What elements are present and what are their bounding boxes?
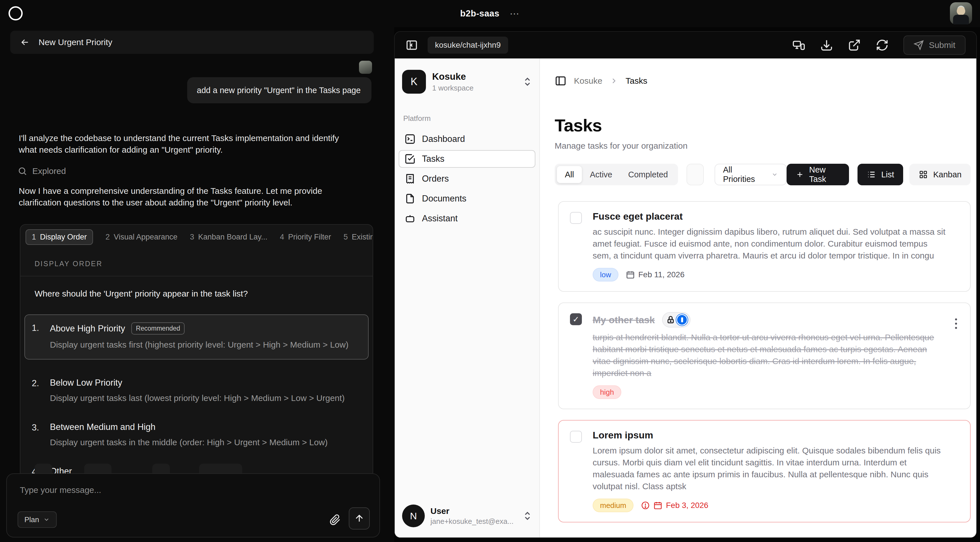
search-icon — [18, 166, 27, 176]
sidebar-item-assistant[interactable]: Assistant — [399, 210, 535, 227]
kanban-view-label: Kanban — [933, 170, 962, 179]
segment-all[interactable]: All — [557, 166, 582, 183]
option-label: Above High Priority — [50, 324, 125, 334]
recommended-badge: Recommended — [131, 322, 185, 335]
new-task-label: New Task — [809, 165, 840, 184]
more-menu-icon[interactable]: ⋯ — [509, 8, 520, 19]
sidebar-item-label: Dashboard — [422, 134, 465, 144]
task-desc: Lorem ipsum dolor sit amet, consectetur … — [593, 445, 947, 493]
sidebar-nav: Dashboard Tasks Orders Documents — [395, 130, 539, 227]
priority-badge: medium — [593, 499, 633, 512]
project-title: b2b-saas — [460, 8, 500, 19]
preview-toolbar: kosuke/chat-ijxhn9 Submit — [395, 32, 976, 59]
explored-label: Explored — [32, 166, 66, 176]
assistant-message: I'll analyze the codebase to understand … — [19, 132, 353, 156]
filter-mini-box[interactable] — [687, 164, 703, 185]
list-view-button[interactable]: List — [858, 164, 903, 185]
chevrons-up-down-icon — [522, 77, 533, 87]
sidebar-user-menu[interactable]: N User jane+kosuke_test@exa... — [395, 505, 539, 537]
user-email: jane+kosuke_test@exa... — [430, 517, 514, 526]
priority-badge: high — [593, 385, 621, 399]
back-arrow-icon[interactable] — [20, 37, 30, 48]
tab-label: Display Order — [40, 233, 87, 241]
user-message-text: add a new priority "Urgent" in the Tasks… — [197, 86, 361, 95]
section-title: DISPLAY ORDER — [35, 260, 372, 268]
download-icon[interactable] — [820, 38, 833, 52]
sidebar-item-documents[interactable]: Documents — [399, 190, 535, 207]
filter-row: All Active Completed All Priorities New … — [555, 164, 970, 185]
tab-number: 5 — [344, 233, 348, 241]
checkbox-icon — [404, 153, 416, 164]
message-composer[interactable]: Type your message... Plan — [6, 473, 380, 537]
submit-label: Submit — [929, 40, 955, 50]
plus-icon — [796, 170, 804, 179]
mode-select[interactable]: Plan — [18, 511, 57, 528]
tab-visual-appearance[interactable]: 2 Visual Appearance — [105, 233, 178, 241]
sidebar-item-tasks[interactable]: Tasks — [399, 150, 535, 168]
sidebar-item-orders[interactable]: Orders — [399, 170, 535, 188]
external-link-icon[interactable] — [848, 38, 861, 52]
page-title: Tasks — [555, 115, 970, 136]
onepassword-icon — [676, 314, 688, 325]
priority-select[interactable]: All Priorities — [714, 164, 787, 185]
option-above-high[interactable]: 1. Above High Priority Recommended Displ… — [24, 314, 369, 360]
kebab-menu-icon[interactable] — [950, 315, 962, 332]
refresh-icon[interactable] — [876, 38, 889, 52]
user-avatar[interactable] — [950, 2, 972, 24]
preview-path-pill[interactable]: kosuke/chat-ijxhn9 — [428, 37, 508, 54]
breadcrumb-parent[interactable]: Kosuke — [574, 76, 602, 86]
user-message-bubble: add a new priority "Urgent" in the Tasks… — [187, 77, 371, 103]
clarification-tabs: 1 Display Order 2 Visual Appearance 3 Ka… — [21, 225, 372, 249]
submit-button[interactable]: Submit — [904, 35, 966, 55]
tab-existing-tasks[interactable]: 5 Existing Ta — [344, 233, 372, 241]
panel-collapse-icon[interactable] — [406, 39, 418, 51]
chevron-down-icon — [43, 516, 50, 523]
receipt-icon — [404, 173, 416, 185]
sidebar-item-dashboard[interactable]: Dashboard — [399, 130, 535, 148]
explored-row[interactable]: Explored — [18, 166, 66, 176]
task-checkbox[interactable] — [570, 212, 582, 224]
status-segmented-control: All Active Completed — [555, 164, 678, 185]
panel-left-icon[interactable] — [555, 75, 566, 87]
workspace-switcher[interactable]: K Kosuke 1 workspace — [402, 70, 533, 94]
calendar-icon — [653, 501, 662, 510]
task-card[interactable]: Fusce eget placerat ac suscipit nunc. In… — [558, 201, 970, 292]
list-view-label: List — [881, 170, 894, 179]
tab-label: Existing Ta — [352, 233, 372, 241]
chevron-right-icon — [610, 77, 618, 85]
task-card[interactable]: ✓ My other task turpis at hendrerit b — [558, 303, 970, 409]
option-between-medium-high[interactable]: 3. Between Medium and High Display urgen… — [32, 422, 372, 448]
divider — [21, 276, 372, 276]
devices-icon[interactable] — [792, 38, 805, 52]
kanban-view-button[interactable]: Kanban — [909, 164, 970, 185]
due-date-overdue: Feb 3, 2026 — [641, 501, 708, 510]
terminal-icon — [404, 133, 416, 145]
composer-placeholder[interactable]: Type your message... — [20, 485, 101, 495]
workspace-meta: 1 workspace — [432, 84, 474, 92]
breadcrumb: Kosuke Tasks — [555, 75, 970, 87]
option-below-low[interactable]: 2. Below Low Priority Display urgent tas… — [32, 378, 372, 404]
tab-number: 1 — [32, 233, 36, 241]
bot-icon — [404, 213, 416, 224]
sidebar-item-label: Documents — [422, 193, 466, 204]
paperclip-icon[interactable] — [329, 514, 341, 526]
option-number: 2. — [32, 378, 50, 404]
tab-kanban-board[interactable]: 3 Kanban Board Lay... — [190, 233, 267, 241]
clarification-panel: 1 Display Order 2 Visual Appearance 3 Ka… — [20, 224, 373, 503]
tab-display-order[interactable]: 1 Display Order — [25, 229, 93, 245]
sidebar-item-label: Orders — [422, 174, 449, 184]
password-manager-badge[interactable] — [662, 312, 690, 327]
send-button[interactable] — [349, 507, 370, 529]
task-checkbox[interactable] — [570, 431, 582, 443]
breadcrumb-current[interactable]: Tasks — [625, 76, 648, 86]
topbar: b2b-saas ⋯ — [0, 0, 980, 27]
screen: b2b-saas ⋯ New Urgent Priority add a new… — [0, 0, 980, 542]
segment-completed[interactable]: Completed — [620, 166, 676, 183]
lock-icon — [666, 315, 675, 324]
tab-priority-filter[interactable]: 4 Priority Filter — [280, 233, 331, 241]
tab-number: 3 — [190, 233, 194, 241]
task-card[interactable]: Lorem ipsum Lorem ipsum dolor sit amet, … — [558, 420, 970, 523]
task-checkbox[interactable]: ✓ — [570, 313, 582, 325]
segment-active[interactable]: Active — [582, 166, 620, 183]
new-task-button[interactable]: New Task — [787, 164, 849, 185]
